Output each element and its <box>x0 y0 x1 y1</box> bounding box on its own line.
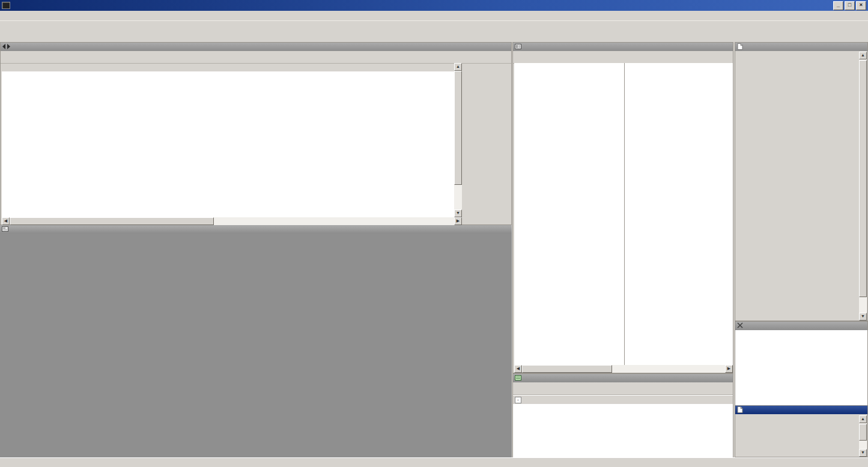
app-window: _ □ × ▲ ▼ ◀ ▶ <box>0 0 868 467</box>
scroll-up-icon[interactable]: ▲ <box>859 415 867 423</box>
scrollbar-thumb[interactable] <box>859 60 867 297</box>
page-editor-tree <box>514 63 625 366</box>
scroll-down-icon[interactable]: ▼ <box>859 449 867 457</box>
menu-bar <box>0 11 868 20</box>
canbus-toolbar <box>513 382 733 395</box>
page-editor-header <box>513 43 733 51</box>
panel-icon <box>2 226 8 234</box>
scrollbar-thumb[interactable] <box>859 424 867 441</box>
variables-inspector-header <box>735 322 867 330</box>
ecu-vscrollbar[interactable]: ▲ ▼ <box>859 52 867 321</box>
scroll-left-icon[interactable]: ◀ <box>2 217 10 225</box>
dashboard-preview-header <box>0 225 512 234</box>
app-icon <box>2 2 10 9</box>
page-editor-hscrollbar[interactable]: ◀ ▶ <box>514 365 733 373</box>
canbus-section-header: - <box>513 395 733 404</box>
tab-strip <box>0 34 868 42</box>
panel-icon <box>515 375 521 382</box>
panel-icon <box>737 322 743 330</box>
variables-inspector-panel <box>735 321 868 405</box>
main-toolbar <box>0 20 868 34</box>
canbus-header <box>513 374 733 382</box>
project-tree-rows <box>2 71 454 217</box>
scroll-down-icon[interactable]: ▼ <box>859 313 867 321</box>
adu-panel: ▲ ▼ <box>735 405 868 457</box>
project-tree-panel: ▲ ▼ ◀ ▶ <box>0 42 512 225</box>
title-bar: _ □ × <box>0 0 868 11</box>
canbus-panel: - <box>512 373 733 457</box>
minimize-button[interactable]: _ <box>833 1 843 10</box>
scroll-right-icon[interactable]: ▶ <box>454 217 462 225</box>
adu-vscrollbar[interactable]: ▲ ▼ <box>859 415 867 457</box>
panel-icon <box>737 43 743 51</box>
scroll-up-icon[interactable]: ▲ <box>454 63 462 71</box>
page-editor-panel: ◀ ▶ <box>512 42 733 373</box>
panel-collapse-icon[interactable] <box>2 43 10 50</box>
scrollbar-thumb[interactable] <box>454 71 462 185</box>
scrollbar-thumb[interactable] <box>522 365 612 373</box>
project-tree-vscrollbar[interactable]: ▲ ▼ <box>454 63 462 217</box>
variables-grid <box>735 330 867 405</box>
dashboard-screen <box>72 234 445 455</box>
maximize-button[interactable]: □ <box>845 1 855 10</box>
panel-icon <box>737 406 743 414</box>
page-editor-toolbar <box>513 51 733 64</box>
project-tree-hscrollbar[interactable]: ◀ ▶ <box>2 217 462 225</box>
scroll-right-icon[interactable]: ▶ <box>725 365 733 373</box>
close-button[interactable]: × <box>856 1 866 10</box>
project-tree-header <box>1 43 511 51</box>
scroll-down-icon[interactable]: ▼ <box>454 209 462 217</box>
project-tree-toolbar <box>1 51 511 64</box>
canbus-rows <box>513 404 733 459</box>
status-bar <box>0 457 868 467</box>
page-editor-properties <box>625 63 733 366</box>
scroll-left-icon[interactable]: ◀ <box>514 365 522 373</box>
collapse-icon[interactable]: - <box>515 397 521 403</box>
panel-icon <box>515 43 521 51</box>
scrollbar-thumb[interactable] <box>10 217 214 225</box>
adu-header <box>735 406 867 414</box>
ecu-header <box>735 43 867 51</box>
dashboard-preview-body <box>0 234 512 457</box>
ecu-panel: ▲ ▼ <box>735 42 868 321</box>
dashboard-preview-panel <box>0 225 512 457</box>
scroll-up-icon[interactable]: ▲ <box>859 52 867 59</box>
